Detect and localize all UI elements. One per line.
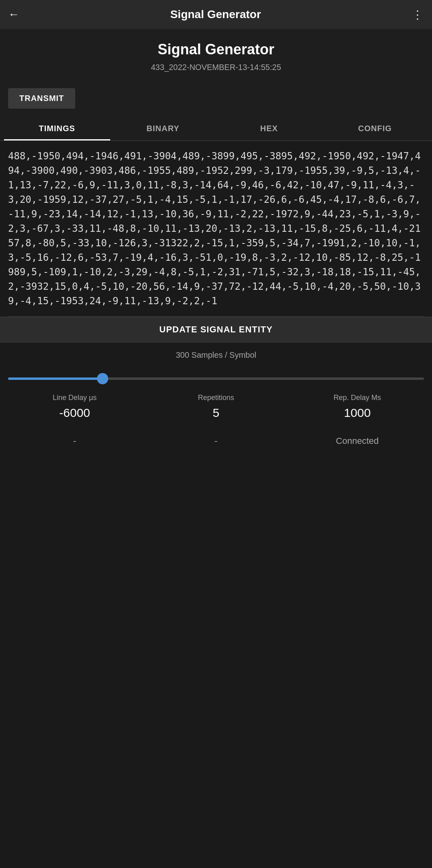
status-connected-value: Connected [336,436,379,446]
samples-label: 300 Samples / Symbol [8,350,424,360]
repetitions-label: Repetitions [145,394,286,402]
bottom-status-row: - - Connected [0,428,432,458]
update-signal-button[interactable]: UPDATE SIGNAL ENTITY [159,324,273,335]
samples-section: 300 Samples / Symbol [0,342,432,370]
line-delay-stat: Line Delay µs -6000 [4,394,145,420]
signal-id: 433_2022-NOVEMBER-13-14:55:25 [8,63,424,72]
tab-binary[interactable]: BINARY [110,117,216,140]
rep-delay-stat: Rep. Delay Ms 1000 [287,394,428,420]
samples-slider[interactable] [8,377,424,380]
tab-config[interactable]: CONFIG [322,117,428,140]
stats-row: Line Delay µs -6000 Repetitions 5 Rep. D… [0,386,432,424]
status-right: Connected [287,436,428,446]
update-signal-section: UPDATE SIGNAL ENTITY [0,317,432,342]
repetitions-value: 5 [145,406,286,420]
status-left: - [4,436,145,446]
status-center-value: - [214,436,217,446]
tab-timings[interactable]: TIMINGS [4,117,110,140]
rep-delay-label: Rep. Delay Ms [287,394,428,402]
page-title: Signal Generator [8,41,424,58]
line-delay-label: Line Delay µs [4,394,145,402]
slider-container [0,370,432,386]
app-bar-title: Signal Generator [170,8,261,21]
transmit-section: TRANSMIT [0,84,432,117]
repetitions-stat: Repetitions 5 [145,394,286,420]
signal-data-text: 488,-1950,494,-1946,491,-3904,489,-3899,… [8,149,424,308]
line-delay-value: -6000 [4,406,145,420]
tabs-container: TIMINGS BINARY HEX CONFIG [0,117,432,141]
transmit-button[interactable]: TRANSMIT [8,88,75,109]
rep-delay-value: 1000 [287,406,428,420]
more-menu-icon[interactable]: ⋮ [412,8,424,21]
signal-data-section: 488,-1950,494,-1946,491,-3904,489,-3899,… [0,141,432,316]
tab-hex[interactable]: HEX [216,117,322,140]
status-center: - [145,436,286,446]
back-icon[interactable]: ← [8,8,19,21]
header-section: Signal Generator 433_2022-NOVEMBER-13-14… [0,29,432,84]
app-bar: ← Signal Generator ⋮ [0,0,432,29]
status-left-value: - [73,436,76,446]
